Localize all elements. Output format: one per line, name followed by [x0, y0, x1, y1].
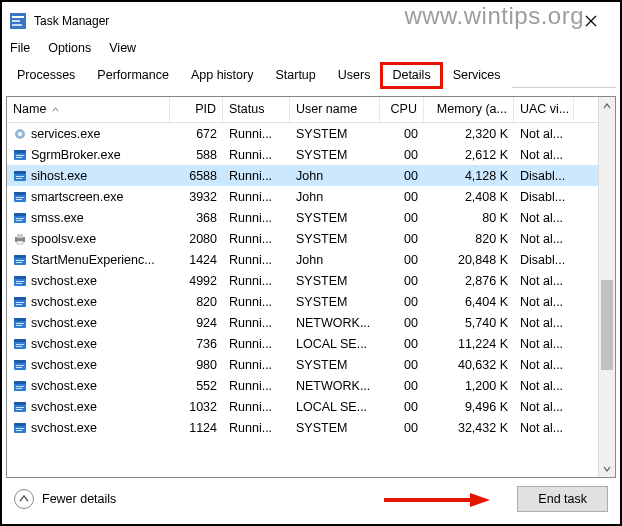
tab-app-history[interactable]: App history — [180, 63, 265, 88]
svg-rect-11 — [14, 171, 26, 174]
svg-rect-30 — [14, 276, 26, 279]
cell-uac: Not al... — [514, 295, 574, 309]
menu-view[interactable]: View — [109, 41, 136, 55]
cell-status: Runni... — [223, 316, 290, 330]
process-icon — [13, 337, 27, 351]
process-icon — [13, 295, 27, 309]
process-icon — [13, 169, 27, 183]
cell-cpu: 00 — [380, 337, 424, 351]
tab-performance[interactable]: Performance — [86, 63, 180, 88]
cell-status: Runni... — [223, 253, 290, 267]
watermark-text: www.wintips.org — [404, 2, 584, 30]
scroll-up-button[interactable] — [599, 97, 615, 114]
cell-cpu: 00 — [380, 232, 424, 246]
table-row[interactable]: svchost.exe1124Runni...SYSTEM0032,432 KN… — [7, 417, 598, 438]
table-row[interactable]: svchost.exe980Runni...SYSTEM0040,632 KNo… — [7, 354, 598, 375]
rows-container: services.exe672Runni...SYSTEM002,320 KNo… — [7, 123, 598, 477]
scroll-down-button[interactable] — [599, 460, 615, 477]
svg-rect-2 — [12, 20, 20, 22]
tab-startup[interactable]: Startup — [264, 63, 326, 88]
table-row[interactable]: spoolsv.exe2080Runni...SYSTEM00820 KNot … — [7, 228, 598, 249]
table-row[interactable]: svchost.exe736Runni...LOCAL SE...0011,22… — [7, 333, 598, 354]
cell-user: NETWORK... — [290, 379, 380, 393]
table-row[interactable]: smartscreen.exe3932Runni...John002,408 K… — [7, 186, 598, 207]
cell-name: svchost.exe — [7, 421, 170, 435]
table-row[interactable]: svchost.exe820Runni...SYSTEM006,404 KNot… — [7, 291, 598, 312]
cell-cpu: 00 — [380, 274, 424, 288]
cell-status: Runni... — [223, 127, 290, 141]
process-name: svchost.exe — [31, 274, 97, 288]
table-row[interactable]: services.exe672Runni...SYSTEM002,320 KNo… — [7, 123, 598, 144]
process-icon — [13, 127, 27, 141]
header-name-label: Name — [13, 102, 46, 116]
collapse-circle-icon — [14, 489, 34, 509]
cell-user: SYSTEM — [290, 274, 380, 288]
process-name: svchost.exe — [31, 295, 97, 309]
cell-user: NETWORK... — [290, 316, 380, 330]
cell-name: svchost.exe — [7, 295, 170, 309]
table-row[interactable]: sihost.exe6588Runni...John004,128 KDisab… — [7, 165, 598, 186]
svg-rect-34 — [14, 297, 26, 300]
table-row[interactable]: SgrmBroker.exe588Runni...SYSTEM002,612 K… — [7, 144, 598, 165]
cell-memory: 5,740 K — [424, 316, 514, 330]
fewer-details-label: Fewer details — [42, 492, 116, 506]
process-icon — [13, 253, 27, 267]
header-pid[interactable]: PID — [170, 97, 223, 122]
tab-details[interactable]: Details — [381, 63, 441, 88]
table-row[interactable]: svchost.exe924Runni...NETWORK...005,740 … — [7, 312, 598, 333]
cell-memory: 32,432 K — [424, 421, 514, 435]
svg-rect-9 — [16, 157, 22, 158]
process-icon — [13, 400, 27, 414]
scroll-track[interactable] — [599, 114, 615, 460]
table-row[interactable]: svchost.exe1032Runni...LOCAL SE...009,49… — [7, 396, 598, 417]
end-task-button[interactable]: End task — [517, 486, 608, 512]
table-row[interactable]: smss.exe368Runni...SYSTEM0080 KNot al... — [7, 207, 598, 228]
cell-pid: 3932 — [170, 190, 223, 204]
task-manager-window: www.wintips.org Task Manager File Option… — [0, 0, 622, 526]
table-row[interactable]: svchost.exe4992Runni...SYSTEM002,876 KNo… — [7, 270, 598, 291]
svg-rect-7 — [14, 150, 26, 153]
cell-status: Runni... — [223, 379, 290, 393]
svg-rect-12 — [16, 176, 24, 177]
process-icon — [13, 316, 27, 330]
cell-name: svchost.exe — [7, 316, 170, 330]
tab-services[interactable]: Services — [442, 63, 512, 88]
svg-rect-50 — [14, 381, 26, 384]
header-user[interactable]: User name — [290, 97, 380, 122]
cell-pid: 820 — [170, 295, 223, 309]
svg-rect-38 — [14, 318, 26, 321]
cell-uac: Disabl... — [514, 169, 574, 183]
scroll-thumb[interactable] — [601, 280, 613, 370]
table-row[interactable]: svchost.exe552Runni...NETWORK...001,200 … — [7, 375, 598, 396]
cell-cpu: 00 — [380, 148, 424, 162]
process-name: services.exe — [31, 127, 100, 141]
cell-name: svchost.exe — [7, 400, 170, 414]
header-status[interactable]: Status — [223, 97, 290, 122]
cell-cpu: 00 — [380, 211, 424, 225]
tab-users[interactable]: Users — [327, 63, 382, 88]
cell-memory: 6,404 K — [424, 295, 514, 309]
vertical-scrollbar[interactable] — [598, 97, 615, 477]
cell-memory: 11,224 K — [424, 337, 514, 351]
svg-rect-27 — [16, 260, 24, 261]
process-name: smss.exe — [31, 211, 84, 225]
header-cpu[interactable]: CPU — [380, 97, 424, 122]
menu-file[interactable]: File — [10, 41, 30, 55]
fewer-details-toggle[interactable]: Fewer details — [14, 489, 116, 509]
sort-asc-icon — [52, 106, 59, 113]
menu-options[interactable]: Options — [48, 41, 91, 55]
cell-uac: Not al... — [514, 127, 574, 141]
table-row[interactable]: StartMenuExperienc...1424Runni...John002… — [7, 249, 598, 270]
process-name: smartscreen.exe — [31, 190, 123, 204]
cell-cpu: 00 — [380, 358, 424, 372]
header-memory[interactable]: Memory (a... — [424, 97, 514, 122]
cell-name: services.exe — [7, 127, 170, 141]
header-name[interactable]: Name — [7, 97, 170, 122]
header-uac[interactable]: UAC vi... — [514, 97, 574, 122]
cell-cpu: 00 — [380, 316, 424, 330]
tab-processes[interactable]: Processes — [6, 63, 86, 88]
cell-user: SYSTEM — [290, 421, 380, 435]
cell-name: StartMenuExperienc... — [7, 253, 170, 267]
cell-status: Runni... — [223, 400, 290, 414]
cell-memory: 20,848 K — [424, 253, 514, 267]
